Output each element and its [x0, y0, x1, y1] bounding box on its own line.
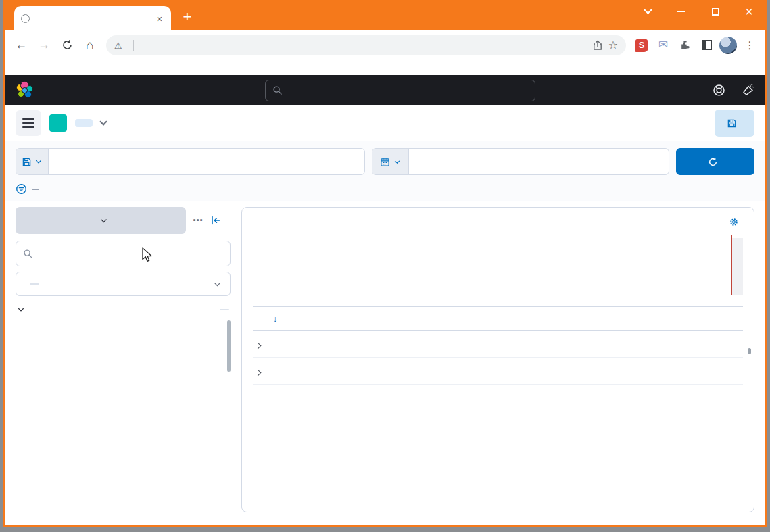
field-list-scrollbar[interactable]: [227, 320, 231, 372]
global-search-input[interactable]: [288, 85, 528, 95]
histogram-chart: [253, 238, 743, 295]
tab-search-chevron-icon[interactable]: [641, 5, 654, 18]
field-settings-icon[interactable]: [193, 214, 203, 226]
save-icon: [727, 118, 737, 128]
table-header: [253, 306, 743, 331]
url-divider: [133, 40, 134, 51]
not-secure-warning-icon[interactable]: [114, 39, 122, 51]
share-icon[interactable]: [592, 40, 603, 51]
time-range-value[interactable]: [409, 149, 650, 174]
saved-query-icon: [22, 157, 32, 167]
extension-s-icon[interactable]: [633, 37, 650, 54]
results-panel: [241, 207, 754, 512]
browser-menu-icon[interactable]: [741, 37, 759, 54]
kibana-top-nav: [5, 105, 765, 141]
chevron-down-icon[interactable]: [99, 118, 107, 125]
index-pattern-select[interactable]: [16, 207, 186, 234]
browser-window: [3, 0, 767, 527]
home-icon[interactable]: [80, 36, 99, 55]
url-bar[interactable]: [106, 35, 626, 55]
collapse-sidebar-icon[interactable]: [210, 215, 221, 226]
extensions-puzzle-icon[interactable]: [676, 37, 694, 54]
available-fields-count-badge: [220, 309, 229, 310]
calendar-icon: [380, 157, 390, 167]
row-timestamp: [270, 337, 415, 351]
breadcrumb[interactable]: [75, 119, 93, 127]
chevron-down-icon: [17, 306, 25, 314]
field-search[interactable]: [16, 241, 231, 266]
filter-divider: [32, 189, 39, 190]
minimize-icon[interactable]: [675, 5, 688, 18]
y-axis-labels: [253, 238, 273, 295]
new-tab-button[interactable]: [178, 7, 197, 26]
window-controls: [641, 3, 756, 20]
sort-descending-icon[interactable]: [273, 314, 278, 324]
query-bar: [5, 141, 765, 180]
future-time-zone: [732, 238, 743, 295]
date-picker-button[interactable]: [372, 149, 409, 174]
expand-row-icon[interactable]: [253, 337, 270, 351]
row-timestamp: [270, 364, 415, 378]
available-fields-header[interactable]: [16, 306, 231, 314]
tab-close-icon[interactable]: [153, 12, 166, 24]
row-document: [415, 364, 743, 378]
bookmarks-bar: [5, 59, 765, 75]
global-search[interactable]: [265, 80, 535, 101]
chevron-down-icon: [393, 158, 401, 166]
close-window-icon[interactable]: [742, 5, 756, 18]
extension-mail-icon[interactable]: [654, 37, 672, 54]
elastic-favicon-icon: [21, 14, 30, 23]
table-row: [253, 358, 743, 385]
help-icon[interactable]: [713, 84, 725, 97]
histogram-plot-area: [273, 238, 743, 295]
search-icon: [272, 85, 283, 95]
maximize-icon[interactable]: [708, 5, 722, 18]
search-icon: [23, 249, 33, 259]
query-language-button[interactable]: [345, 149, 364, 174]
refresh-button[interactable]: [676, 148, 754, 175]
main-menu-icon[interactable]: [16, 110, 41, 136]
browser-tab[interactable]: [14, 6, 171, 30]
refresh-icon: [708, 157, 718, 167]
filter-icon[interactable]: [16, 183, 27, 195]
elastic-logo-icon: [16, 81, 34, 100]
save-button[interactable]: [715, 110, 754, 137]
field-search-input[interactable]: [39, 249, 223, 259]
show-dates-button[interactable]: [650, 149, 669, 174]
newsfeed-icon[interactable]: [742, 84, 754, 97]
elastic-header: [5, 75, 765, 105]
filter-by-type-select[interactable]: [16, 272, 231, 296]
tab-strip: [5, 0, 765, 30]
browser-toolbar: [5, 30, 765, 59]
back-icon[interactable]: [11, 36, 30, 55]
documents-table: [253, 306, 743, 385]
chevron-down-icon: [34, 158, 43, 166]
filter-bar: [5, 180, 765, 201]
space-avatar[interactable]: [49, 114, 67, 132]
gear-icon: [729, 217, 739, 227]
table-row: [253, 331, 743, 358]
search-input[interactable]: [57, 156, 337, 167]
profile-avatar[interactable]: [719, 37, 737, 54]
discover-content: [5, 201, 765, 525]
reload-icon[interactable]: [57, 36, 76, 55]
expand-row-icon[interactable]: [253, 364, 270, 378]
table-scrollbar[interactable]: [748, 348, 751, 354]
histogram-plot: [273, 238, 743, 295]
fields-sidebar: [16, 207, 231, 525]
chart-options-button[interactable]: [729, 217, 743, 227]
saved-queries-button[interactable]: [16, 149, 49, 174]
current-time-marker: [731, 235, 732, 295]
bookmark-star-icon[interactable]: [608, 39, 618, 51]
chevron-down-icon: [99, 216, 108, 225]
elastic-logo[interactable]: [16, 81, 41, 100]
chevron-down-icon: [213, 280, 222, 289]
forward-icon[interactable]: [34, 36, 53, 55]
type-filter-count-badge: [30, 283, 39, 285]
side-panel-icon[interactable]: [698, 37, 715, 54]
row-document: [415, 337, 743, 351]
